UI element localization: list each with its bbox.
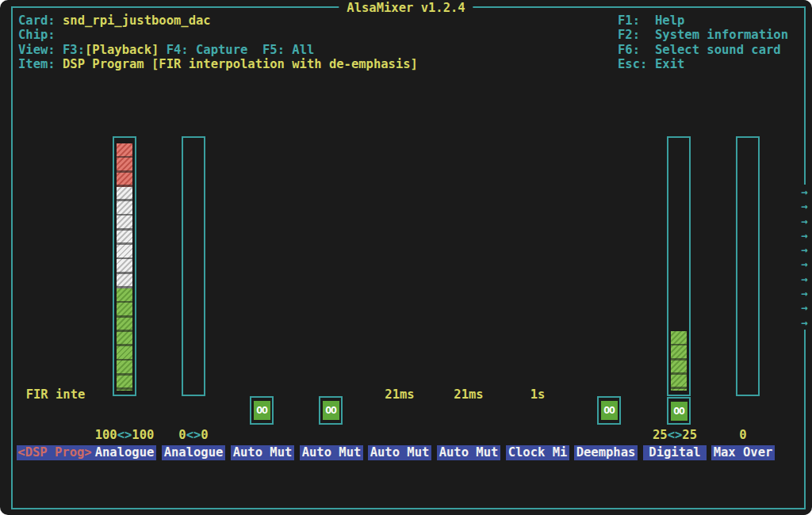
fill-segment-white xyxy=(117,187,132,288)
value-separator: <> xyxy=(668,428,683,442)
right-value: 100 xyxy=(132,428,154,442)
help-f6-key: F6: xyxy=(618,43,655,57)
card-row: Card:snd_rpi_justboom_dac xyxy=(18,13,418,28)
switch-auto-mute-left[interactable]: OO xyxy=(250,396,274,425)
value-separator: <> xyxy=(117,428,132,442)
help-f6-label: Select sound card xyxy=(655,43,781,57)
scroll-right-arrows: → → → → → → → → → → xyxy=(796,185,812,330)
value-separator: <> xyxy=(186,428,201,442)
help-f1-label: Help xyxy=(655,13,684,28)
right-value: 0 xyxy=(201,428,208,442)
card-label: Card: xyxy=(18,13,63,28)
control-label-analogue-volume[interactable]: Analogue xyxy=(93,445,156,460)
volume-value-analogue: 100<>100 xyxy=(93,428,156,442)
scroll-right-arrow-icon: → xyxy=(796,257,812,271)
value: 0 xyxy=(739,428,746,442)
help-f6: F6:Select sound card xyxy=(618,43,788,57)
help-f1-key: F1: xyxy=(618,13,655,28)
enum-value-auto-mute-time-right: 21ms xyxy=(437,388,500,402)
volume-bar-digital[interactable] xyxy=(667,136,691,396)
view-row: View:F3:[Playback] F4: Capture F5: All xyxy=(18,43,418,57)
fill-segment-red xyxy=(117,143,132,187)
volume-value-digital: 25<>25 xyxy=(643,428,707,442)
item-label: Item: xyxy=(18,57,63,71)
right-value: 25 xyxy=(682,428,697,442)
volume-value-analogue-boost: 0<>0 xyxy=(162,428,225,442)
view-mode-active: [Playback] xyxy=(85,43,159,57)
help-f2: F2:System information xyxy=(618,28,788,42)
switch-digital[interactable]: OO xyxy=(667,397,691,425)
alsamixer-terminal: AlsaMixer v1.2.4 Card:snd_rpi_justboom_d… xyxy=(0,0,812,515)
control-label-auto-mute-time-right[interactable]: Auto Mut xyxy=(437,445,500,460)
help-f1: F1:Help xyxy=(618,13,788,28)
scroll-right-arrow-icon: → xyxy=(796,214,812,228)
volume-fill-analogue xyxy=(117,143,132,391)
chip-label: Chip: xyxy=(18,28,63,42)
item-row: Item:DSP Program [FIR interpolation with… xyxy=(18,57,418,71)
scroll-right-arrow-icon: → xyxy=(796,242,812,257)
switch-state: OO xyxy=(671,402,688,421)
scroll-right-arrow-icon: → xyxy=(796,315,812,330)
left-value: 100 xyxy=(95,428,117,442)
card-value: snd_rpi_justboom_dac xyxy=(63,13,211,28)
control-label-analogue-boost[interactable]: Analogue xyxy=(162,445,225,460)
left-value: 25 xyxy=(653,428,668,442)
switch-deemphasis[interactable]: OO xyxy=(597,396,621,425)
control-label-dsp-program-selected[interactable]: <DSP Prog> xyxy=(17,445,93,460)
control-label-digital[interactable]: Digital xyxy=(643,445,707,460)
item-value: DSP Program [FIR interpolation with de-e… xyxy=(63,57,418,71)
control-label-clock-missing[interactable]: Clock Mi xyxy=(506,445,569,460)
function-key-help: F1:Help F2:System information F6:Select … xyxy=(618,13,788,71)
info-header: Card:snd_rpi_justboom_dac Chip: View:F3:… xyxy=(18,13,418,71)
switch-state: OO xyxy=(601,401,618,420)
control-label-auto-mute-right[interactable]: Auto Mut xyxy=(300,445,363,460)
switch-state: OO xyxy=(323,401,339,420)
scroll-right-arrow-icon: → xyxy=(796,300,812,315)
volume-bar-max-overclock[interactable] xyxy=(736,136,760,396)
help-esc-label: Exit xyxy=(655,57,684,71)
view-label: View: xyxy=(18,43,63,57)
left-value: 0 xyxy=(178,428,186,442)
scroll-right-arrow-icon: → xyxy=(796,199,812,213)
scroll-right-arrow-icon: → xyxy=(796,286,812,300)
fill-segment-green xyxy=(671,331,687,391)
help-f2-label: System information xyxy=(655,28,788,42)
help-esc: Esc:Exit xyxy=(618,57,788,71)
control-label-auto-mute-time-left[interactable]: Auto Mut xyxy=(368,445,431,460)
help-esc-key: Esc: xyxy=(618,57,655,71)
volume-fill-digital xyxy=(671,331,687,391)
control-label-deemphasis[interactable]: Deemphas xyxy=(574,445,638,460)
enum-value-dsp-program: FIR inte xyxy=(24,388,87,402)
control-label-max-overclock[interactable]: Max Over xyxy=(711,445,775,460)
switch-state: OO xyxy=(254,401,270,420)
enum-value-clock-missing: 1s xyxy=(506,388,569,402)
switch-auto-mute-right[interactable]: OO xyxy=(319,396,343,425)
scroll-right-arrow-icon: → xyxy=(796,272,812,286)
chip-row: Chip: xyxy=(18,28,418,42)
volume-bar-analogue[interactable] xyxy=(113,136,136,396)
volume-value-max-overclock: 0 xyxy=(711,428,775,442)
help-f2-key: F2: xyxy=(618,28,655,42)
enum-value-auto-mute-time-left: 21ms xyxy=(368,388,431,402)
view-other-modes: F4: Capture F5: All xyxy=(159,43,314,57)
volume-bar-analogue-boost[interactable] xyxy=(182,136,205,396)
scroll-right-arrow-icon: → xyxy=(796,185,812,199)
scroll-right-arrow-icon: → xyxy=(796,228,812,242)
fill-segment-green xyxy=(117,288,132,391)
control-label-auto-mute-left[interactable]: Auto Mut xyxy=(231,445,294,460)
view-f3-key: F3: xyxy=(63,43,85,57)
